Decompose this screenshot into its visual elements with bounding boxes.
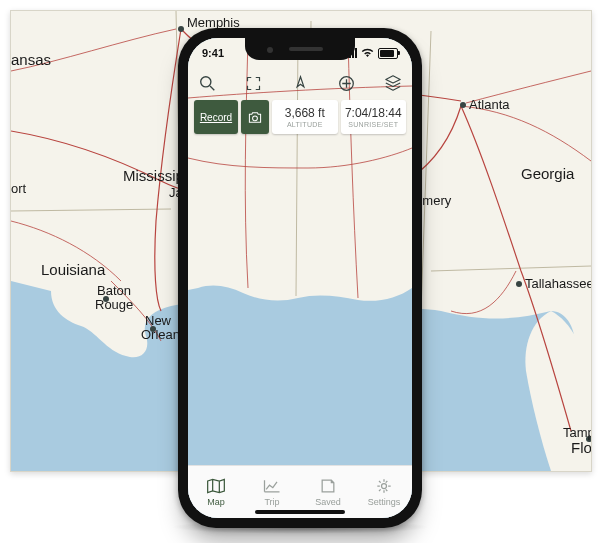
svg-point-10: [200, 76, 210, 86]
svg-point-16: [253, 115, 258, 120]
state-georgia: Georgia: [521, 165, 575, 182]
altitude-value: 3,668 ft: [285, 107, 325, 119]
svg-line-11: [210, 86, 214, 90]
tab-saved-label: Saved: [315, 497, 341, 507]
svg-point-17: [382, 484, 387, 489]
tab-trip-label: Trip: [264, 497, 279, 507]
city-tampa: Tamp: [563, 425, 591, 440]
fullscreen-button[interactable]: [241, 70, 267, 96]
expand-icon: [246, 76, 261, 91]
battery-icon: [378, 48, 398, 59]
tab-map[interactable]: Map: [188, 466, 244, 518]
city-neworleans1: New: [145, 313, 172, 328]
locate-button[interactable]: [287, 70, 313, 96]
svg-point-1: [178, 26, 184, 32]
locate-icon: [292, 75, 309, 92]
record-button[interactable]: Record: [194, 100, 238, 134]
map-icon: [206, 477, 226, 495]
city-atlanta: Atlanta: [469, 97, 510, 112]
chart-icon: [262, 477, 282, 495]
home-indicator[interactable]: [255, 510, 345, 514]
svg-point-7: [516, 281, 522, 287]
sun-value: 7:04/18:44: [345, 107, 402, 119]
status-time: 9:41: [202, 47, 224, 59]
layers-button[interactable]: [380, 70, 406, 96]
altitude-readout[interactable]: 3,668 ft ALTITUDE: [272, 100, 338, 134]
state-louisiana: Louisiana: [41, 261, 106, 278]
search-button[interactable]: [194, 70, 220, 96]
record-label: Record: [200, 112, 232, 123]
city-ort: ort: [11, 181, 27, 196]
bookmark-icon: [318, 477, 338, 495]
map-toolbar: [194, 70, 406, 96]
wifi-icon: [361, 48, 374, 58]
sun-label: SUNRISE/SET: [348, 121, 398, 128]
tab-settings[interactable]: Settings: [356, 466, 412, 518]
plus-circle-icon: [338, 75, 355, 92]
phone-frame: 9:41: [178, 28, 422, 528]
add-button[interactable]: [334, 70, 360, 96]
phone-notch: [245, 38, 355, 60]
city-baton1: Baton: [97, 283, 131, 298]
layers-icon: [384, 74, 402, 92]
city-baton2: Rouge: [95, 297, 133, 312]
tab-settings-label: Settings: [368, 497, 401, 507]
sun-readout[interactable]: 7:04/18:44 SUNRISE/SET: [341, 100, 407, 134]
svg-point-2: [460, 102, 466, 108]
city-tallahassee: Tallahassee: [525, 276, 591, 291]
camera-icon: [247, 111, 263, 124]
info-bar: Record 3,668 ft ALTITUDE 7:04/18:44 SUNR…: [194, 100, 406, 134]
state-arkansas: ansas: [11, 51, 51, 68]
search-icon: [199, 75, 216, 92]
gear-icon: [374, 477, 394, 495]
state-florida: Flo: [571, 439, 591, 456]
altitude-label: ALTITUDE: [287, 121, 323, 128]
svg-marker-12: [297, 76, 304, 86]
camera-button[interactable]: [241, 100, 269, 134]
tab-map-label: Map: [207, 497, 225, 507]
